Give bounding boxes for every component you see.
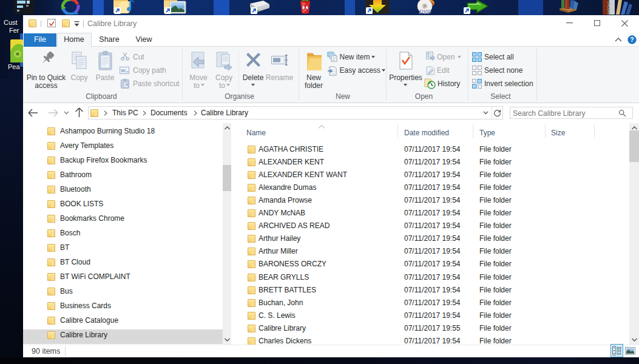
svg-text:W: W	[121, 68, 126, 73]
svg-text:?: ?	[630, 36, 634, 43]
svg-text:DVD: DVD	[419, 8, 431, 15]
